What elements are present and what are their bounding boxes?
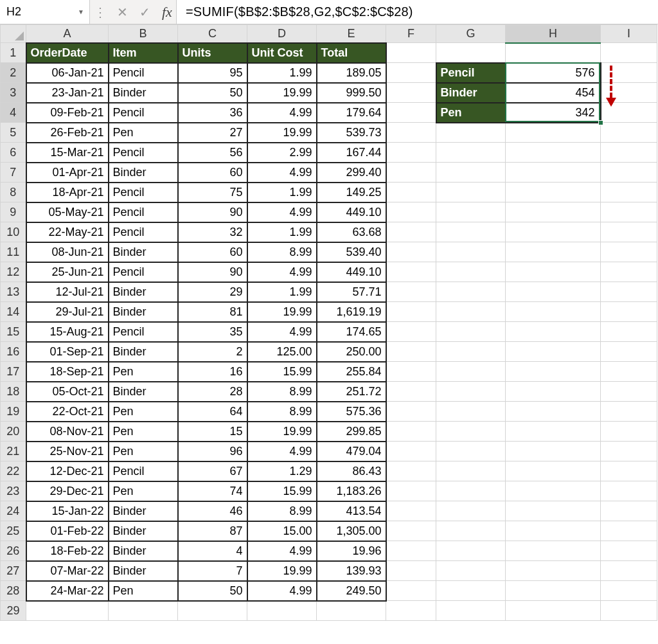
cell-F17[interactable]	[386, 362, 436, 382]
cell-E13[interactable]: 57.71	[317, 282, 386, 302]
cell-H24[interactable]	[506, 501, 601, 521]
cell-E14[interactable]: 1,619.19	[317, 302, 386, 322]
col-header-A[interactable]: A	[26, 25, 109, 43]
cell-B28[interactable]: Pen	[109, 581, 178, 601]
cell-E29[interactable]	[317, 601, 386, 621]
cell-C4[interactable]: 36	[178, 103, 247, 123]
cell-G3[interactable]: Binder	[436, 83, 506, 103]
cell-G26[interactable]	[436, 541, 506, 561]
cell-H17[interactable]	[506, 362, 601, 382]
row-header[interactable]: 17	[1, 362, 26, 382]
cell-D4[interactable]: 4.99	[247, 103, 317, 123]
cell-I25[interactable]	[601, 521, 657, 541]
row-header[interactable]: 25	[1, 521, 26, 541]
cell-B24[interactable]: Binder	[109, 501, 178, 521]
cell-A10[interactable]: 22-May-21	[26, 222, 109, 242]
cell-E26[interactable]: 19.96	[317, 541, 386, 561]
cell-G12[interactable]	[436, 262, 506, 282]
cell-E17[interactable]: 255.84	[317, 362, 386, 382]
cell-E16[interactable]: 250.00	[317, 342, 386, 362]
cell-D18[interactable]: 8.99	[247, 382, 317, 402]
cell-G27[interactable]	[436, 561, 506, 581]
cell-I26[interactable]	[601, 541, 657, 561]
cell-F26[interactable]	[386, 541, 436, 561]
cell-C26[interactable]: 4	[178, 541, 247, 561]
cell-E21[interactable]: 479.04	[317, 442, 386, 461]
select-all-corner[interactable]	[1, 25, 26, 43]
cell-I17[interactable]	[601, 362, 657, 382]
cell-A29[interactable]	[26, 601, 109, 621]
cell-D6[interactable]: 2.99	[247, 143, 317, 163]
cell-H27[interactable]	[506, 561, 601, 581]
cell-G15[interactable]	[436, 322, 506, 342]
cell-G18[interactable]	[436, 382, 506, 402]
row-header[interactable]: 24	[1, 501, 26, 521]
cell-B3[interactable]: Binder	[109, 83, 178, 103]
col-header-B[interactable]: B	[109, 25, 178, 43]
cell-I20[interactable]	[601, 422, 657, 442]
row-header[interactable]: 15	[1, 322, 26, 342]
cell-D23[interactable]: 15.99	[247, 481, 317, 501]
cell-G28[interactable]	[436, 581, 506, 601]
cell-B2[interactable]: Pencil	[109, 63, 178, 83]
cell-F11[interactable]	[386, 242, 436, 262]
cell-G16[interactable]	[436, 342, 506, 362]
cell-I29[interactable]	[601, 601, 657, 621]
cell-B21[interactable]: Pen	[109, 442, 178, 461]
cell-I1[interactable]	[601, 43, 657, 63]
col-header-G[interactable]: G	[436, 25, 506, 43]
row-header[interactable]: 28	[1, 581, 26, 601]
cell-D24[interactable]: 8.99	[247, 501, 317, 521]
cell-B12[interactable]: Pencil	[109, 262, 178, 282]
cell-I2[interactable]	[601, 63, 657, 83]
cell-F18[interactable]	[386, 382, 436, 402]
cell-F7[interactable]	[386, 163, 436, 183]
cell-H25[interactable]	[506, 521, 601, 541]
cell-D13[interactable]: 1.99	[247, 282, 317, 302]
row-header[interactable]: 20	[1, 422, 26, 442]
cell-C7[interactable]: 60	[178, 163, 247, 183]
cell-G25[interactable]	[436, 521, 506, 541]
cell-G19[interactable]	[436, 402, 506, 422]
cell-C14[interactable]: 81	[178, 302, 247, 322]
cell-B26[interactable]: Binder	[109, 541, 178, 561]
cell-C6[interactable]: 56	[178, 143, 247, 163]
cell-B25[interactable]: Binder	[109, 521, 178, 541]
cell-F20[interactable]	[386, 422, 436, 442]
cell-H8[interactable]	[506, 183, 601, 202]
cell-H9[interactable]	[506, 202, 601, 222]
cell-C18[interactable]: 28	[178, 382, 247, 402]
cell-C13[interactable]: 29	[178, 282, 247, 302]
cell-I9[interactable]	[601, 202, 657, 222]
cell-G8[interactable]	[436, 183, 506, 202]
cell-C25[interactable]: 87	[178, 521, 247, 541]
cell-C9[interactable]: 90	[178, 202, 247, 222]
row-header[interactable]: 10	[1, 222, 26, 242]
cell-F2[interactable]	[386, 63, 436, 83]
row-header[interactable]: 21	[1, 442, 26, 461]
cell-D20[interactable]: 19.99	[247, 422, 317, 442]
cell-E11[interactable]: 539.40	[317, 242, 386, 262]
cell-A12[interactable]: 25-Jun-21	[26, 262, 109, 282]
cell-A16[interactable]: 01-Sep-21	[26, 342, 109, 362]
cell-B11[interactable]: Binder	[109, 242, 178, 262]
cell-G20[interactable]	[436, 422, 506, 442]
cell-A21[interactable]: 25-Nov-21	[26, 442, 109, 461]
cell-F29[interactable]	[386, 601, 436, 621]
cell-H12[interactable]	[506, 262, 601, 282]
cell-I3[interactable]	[601, 83, 657, 103]
cell-F9[interactable]	[386, 202, 436, 222]
cell-D15[interactable]: 4.99	[247, 322, 317, 342]
col-header-C[interactable]: C	[178, 25, 247, 43]
cell-A11[interactable]: 08-Jun-21	[26, 242, 109, 262]
cell-E25[interactable]: 1,305.00	[317, 521, 386, 541]
row-header[interactable]: 3	[1, 83, 26, 103]
cell-H5[interactable]	[506, 123, 601, 143]
cell-D17[interactable]: 15.99	[247, 362, 317, 382]
cell-H28[interactable]	[506, 581, 601, 601]
cell-G4[interactable]: Pen	[436, 103, 506, 123]
cell-C21[interactable]: 96	[178, 442, 247, 461]
cell-G10[interactable]	[436, 222, 506, 242]
cell-F1[interactable]	[386, 43, 436, 63]
cell-B4[interactable]: Pencil	[109, 103, 178, 123]
